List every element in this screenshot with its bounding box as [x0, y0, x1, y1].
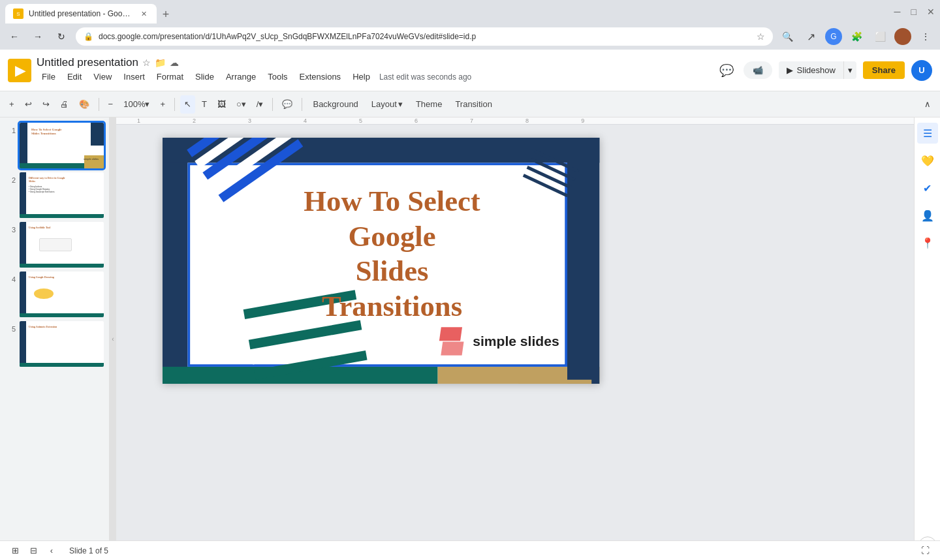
redo-button[interactable]: ↪: [39, 95, 54, 114]
slide-count: Slide 1 of 5: [69, 546, 108, 555]
forward-button[interactable]: →: [29, 27, 47, 46]
shape-button[interactable]: ○▾: [232, 95, 250, 114]
slide-number-2: 2: [5, 176, 16, 184]
paint-format-button[interactable]: 🎨: [75, 95, 93, 114]
profile-icon[interactable]: G: [825, 28, 842, 45]
slide-thumbnail-2[interactable]: Different way to Drive in GoogleSlides •…: [20, 172, 104, 218]
layout-button[interactable]: Layout▾: [366, 95, 408, 114]
zoom-out-button[interactable]: −: [104, 95, 118, 114]
editor-column: 1 2 3 4 5 6 7 8 9: [116, 117, 914, 560]
image-button[interactable]: 🖼: [213, 95, 230, 114]
refresh-button[interactable]: ↻: [52, 27, 70, 46]
slide-title: How To Select Google Slides Transitions: [283, 184, 501, 324]
collapse-toolbar-button[interactable]: ∧: [920, 95, 935, 114]
maximize-button[interactable]: □: [911, 7, 916, 17]
fullscreen-button[interactable]: ⛶: [918, 544, 932, 558]
menu-slide[interactable]: Slide: [190, 69, 219, 84]
collapse-panel-button[interactable]: ‹: [44, 544, 59, 558]
menu-edit[interactable]: Edit: [62, 69, 87, 84]
extension-icon[interactable]: 🧩: [847, 27, 866, 46]
lock-icon: 🔒: [84, 32, 93, 41]
slide-canvas[interactable]: How To Select Google Slides Transitions …: [163, 138, 600, 384]
menu-tools[interactable]: Tools: [262, 69, 292, 84]
horizontal-ruler: 1 2 3 4 5 6 7 8 9: [116, 117, 914, 125]
tab-close-button[interactable]: ✕: [138, 8, 149, 19]
back-button[interactable]: ←: [5, 27, 24, 46]
slide-thumb-container-5: 5 Using Animoto Extension: [5, 321, 104, 367]
zoom-in-button[interactable]: +: [156, 95, 169, 114]
slide-canvas-wrap: How To Select Google Slides Transitions …: [116, 125, 914, 548]
slide-thumbnail-1[interactable]: How To Select GoogleSlides Transitions s…: [20, 123, 104, 168]
panel-collapse-handle[interactable]: ‹: [110, 117, 116, 560]
slide-thumb-container-4: 4 Using Google Drawing: [5, 272, 104, 317]
text-box-button[interactable]: T: [198, 95, 211, 114]
share-button[interactable]: Share: [863, 61, 905, 79]
slideshow-button[interactable]: ▶ Slideshow: [779, 61, 843, 79]
star-icon[interactable]: ☆: [142, 57, 151, 68]
search-icon[interactable]: 🔍: [778, 27, 796, 46]
minimize-button[interactable]: ─: [894, 7, 901, 17]
menu-format[interactable]: Format: [151, 69, 189, 84]
active-tab[interactable]: S Untitled presentation - Google S ✕: [5, 4, 157, 23]
keep-icon[interactable]: 💛: [917, 150, 938, 171]
contacts-icon[interactable]: 👤: [917, 205, 938, 226]
menu-bar: File Edit View Insert Format Slide Arran…: [37, 69, 471, 84]
separator-1: [99, 98, 99, 111]
menu-view[interactable]: View: [88, 69, 117, 84]
menu-arrange[interactable]: Arrange: [221, 69, 261, 84]
user-avatar[interactable]: [894, 28, 911, 45]
transition-button[interactable]: Transition: [450, 95, 497, 114]
logo-text: simple slides: [473, 334, 559, 349]
new-tab-button[interactable]: +: [157, 5, 175, 23]
app-header: ▶ Untitled presentation ☆ 📁 ☁ File Edit …: [0, 50, 940, 91]
last-edit-text: Last edit was seconds ago: [379, 72, 471, 82]
logo-letter: ▶: [15, 63, 25, 78]
tasks-icon[interactable]: ✔: [917, 178, 938, 198]
address-bar[interactable]: 🔒 docs.google.com/presentation/d/1UhAwPq…: [76, 27, 773, 46]
slide-number-1: 1: [5, 127, 16, 134]
comment-button[interactable]: 💬: [278, 95, 296, 114]
menu-help[interactable]: Help: [347, 69, 375, 84]
line-button[interactable]: /▾: [253, 95, 268, 114]
cloud-icon[interactable]: ☁: [170, 57, 179, 68]
share-icon[interactable]: ↗: [802, 27, 820, 46]
logo-shape: [438, 327, 466, 355]
slide-thumbnail-4[interactable]: Using Google Drawing: [20, 272, 104, 317]
close-window-button[interactable]: ✕: [927, 7, 935, 17]
url-text: docs.google.com/presentation/d/1UhAwPq2V…: [99, 32, 751, 41]
app-title[interactable]: Untitled presentation: [37, 56, 138, 69]
bottom-bar: ⊞ ⊟ ‹ Slide 1 of 5 ⛶: [0, 540, 940, 560]
cast-icon[interactable]: ⬜: [871, 27, 889, 46]
grid-view-button[interactable]: ⊞: [8, 544, 22, 558]
browser-window-controls: ─ □ ✕: [894, 7, 935, 17]
menu-insert[interactable]: Insert: [118, 69, 150, 84]
background-button[interactable]: Background: [307, 95, 363, 114]
meet-button[interactable]: 📹: [744, 61, 772, 79]
list-view-button[interactable]: ⊟: [26, 544, 40, 558]
comments-button[interactable]: 💬: [716, 60, 737, 81]
meet-icon: 📹: [753, 65, 763, 75]
explore-icon[interactable]: ☰: [917, 123, 938, 144]
user-profile-avatar[interactable]: U: [911, 60, 932, 81]
slide-thumbnail-5[interactable]: Using Animoto Extension: [20, 321, 104, 367]
main-area: 1 How To Select GoogleSlides Transitions…: [0, 117, 940, 560]
slide-thumbnail-3[interactable]: Using Scribble Tool: [20, 222, 104, 268]
menu-file[interactable]: File: [37, 69, 61, 84]
menu-icon[interactable]: ⋮: [916, 27, 935, 46]
theme-button[interactable]: Theme: [411, 95, 447, 114]
zoom-level[interactable]: 100%▾: [119, 95, 153, 114]
address-bar-row: ← → ↻ 🔒 docs.google.com/presentation/d/1…: [0, 23, 940, 50]
print-button[interactable]: 🖨: [56, 95, 72, 114]
slideshow-dropdown-button[interactable]: ▾: [843, 61, 856, 79]
folder-icon[interactable]: 📁: [155, 57, 166, 68]
calendar-icon[interactable]: 📍: [917, 232, 938, 253]
menu-extensions[interactable]: Extensions: [294, 69, 347, 84]
left-bar: [163, 138, 187, 384]
browser-chrome: S Untitled presentation - Google S ✕ + ─…: [0, 0, 940, 23]
bookmark-icon[interactable]: ☆: [757, 31, 765, 42]
slide-logo: simple slides: [438, 327, 559, 355]
slide-thumb-container-1: 1 How To Select GoogleSlides Transitions…: [5, 123, 104, 168]
undo-button[interactable]: ↩: [21, 95, 36, 114]
add-button[interactable]: +: [5, 95, 18, 114]
select-tool[interactable]: ↖: [180, 95, 195, 114]
